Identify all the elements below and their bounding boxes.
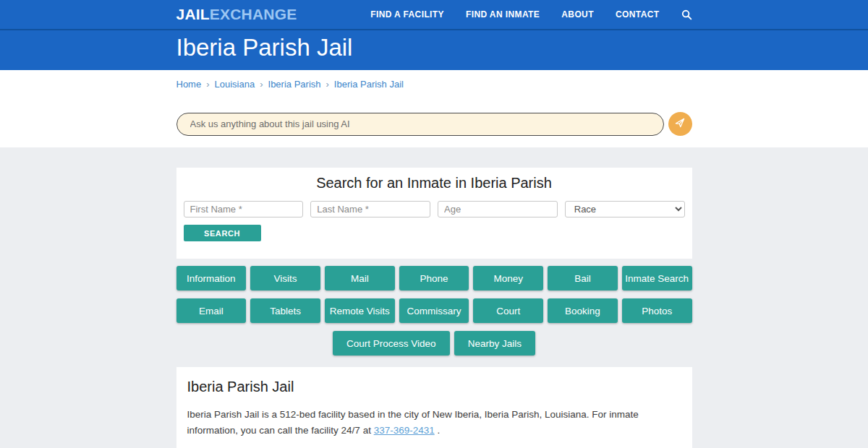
about-p1-period: . [435,425,441,436]
quick-link-inmate-search[interactable]: Inmate Search [622,266,692,290]
quick-links: Information Visits Mail Phone Money Bail… [176,266,692,356]
quick-link-photos[interactable]: Photos [622,298,692,323]
logo-text-jail: JAIL [176,6,210,22]
quick-link-mail[interactable]: Mail [325,266,395,290]
chevron-right-icon: › [260,79,263,90]
inmate-search-card: Search for an Inmate in Iberia Parish Ra… [176,168,692,259]
breadcrumb: Home › Louisiana › Iberia Parish › Iberi… [176,70,692,90]
last-name-field[interactable] [310,201,430,217]
quick-link-bail[interactable]: Bail [548,266,618,290]
phone-number-link[interactable]: 337-369-2431 [374,425,435,436]
age-field[interactable] [438,201,558,217]
about-card: Iberia Parish Jail Iberia Parish Jail is… [176,367,692,448]
quick-link-nearby-jails[interactable]: Nearby Jails [454,331,535,356]
logo-text-exchange: EXCHANGE [210,6,297,22]
top-navbar: JAILEXCHANGE FIND A FACILITY FIND AN INM… [0,0,868,29]
paper-plane-icon [674,117,686,131]
white-strip: Home › Louisiana › Iberia Parish › Iberi… [0,70,868,147]
jailexchange-logo[interactable]: JAILEXCHANGE [176,6,297,23]
main-nav: FIND A FACILITY FIND AN INMATE ABOUT CON… [370,9,692,20]
quick-link-email[interactable]: Email [176,298,247,323]
quick-link-information[interactable]: Information [176,266,247,290]
race-select[interactable]: Race [565,201,685,217]
inmate-search-fields: Race [184,201,685,217]
inmate-search-title: Search for an Inmate in Iberia Parish [184,175,685,191]
chevron-right-icon: › [206,79,209,90]
breadcrumb-iberia-parish[interactable]: Iberia Parish [268,79,321,90]
quick-link-court-process-video[interactable]: Court Process Video [333,331,450,356]
ai-question-input[interactable] [176,113,664,136]
nav-find-a-facility[interactable]: FIND A FACILITY [370,9,444,20]
search-icon[interactable] [681,9,692,20]
ai-search-row [176,112,692,136]
quick-link-court[interactable]: Court [473,298,543,323]
nav-contact[interactable]: CONTACT [616,9,660,20]
page-banner: Iberia Parish Jail [0,29,868,70]
first-name-field[interactable] [184,201,304,217]
quick-link-commissary[interactable]: Commissary [399,298,469,323]
quick-link-tablets[interactable]: Tablets [250,298,320,323]
breadcrumb-home[interactable]: Home [176,79,202,90]
quick-link-money[interactable]: Money [473,266,543,290]
nav-find-an-inmate[interactable]: FIND AN INMATE [466,9,540,20]
search-button[interactable]: SEARCH [184,225,261,241]
quick-links-grid: Information Visits Mail Phone Money Bail… [176,266,692,323]
send-button[interactable] [668,112,692,136]
quick-link-remote-visits[interactable]: Remote Visits [325,298,395,323]
breadcrumb-iberia-parish-jail[interactable]: Iberia Parish Jail [334,79,404,90]
quick-link-booking[interactable]: Booking [548,298,618,323]
nav-about[interactable]: ABOUT [561,9,594,20]
quick-link-visits[interactable]: Visits [250,266,320,290]
breadcrumb-louisiana[interactable]: Louisiana [215,79,255,90]
quick-links-row3: Court Process Video Nearby Jails [176,331,692,356]
quick-link-phone[interactable]: Phone [399,266,469,290]
chevron-right-icon: › [326,79,329,90]
page-title: Iberia Parish Jail [176,30,692,61]
about-paragraph-1: Iberia Parish Jail is a 512-bed facility… [187,407,681,438]
about-heading: Iberia Parish Jail [187,379,681,395]
